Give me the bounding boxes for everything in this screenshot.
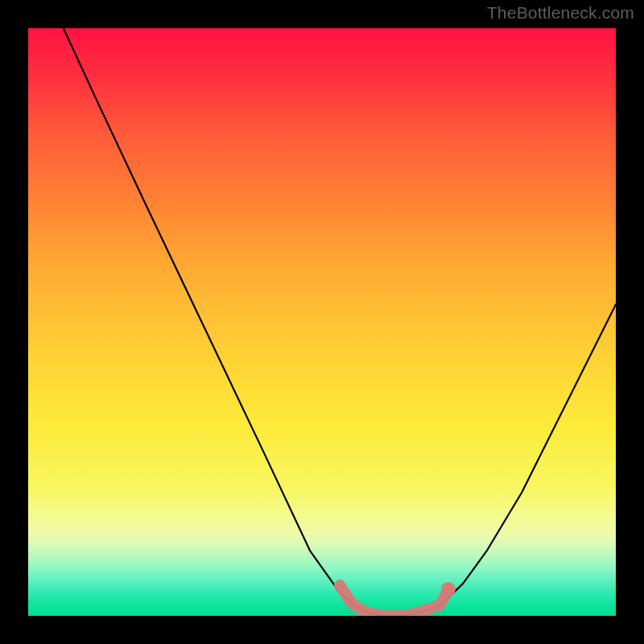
chart-svg bbox=[28, 28, 616, 616]
plot-area bbox=[28, 28, 616, 616]
watermark-text: TheBottleneck.com bbox=[487, 3, 634, 23]
highlight-band-path bbox=[340, 585, 448, 616]
bottleneck-curve-path bbox=[64, 28, 616, 616]
highlight-dot bbox=[441, 582, 456, 597]
